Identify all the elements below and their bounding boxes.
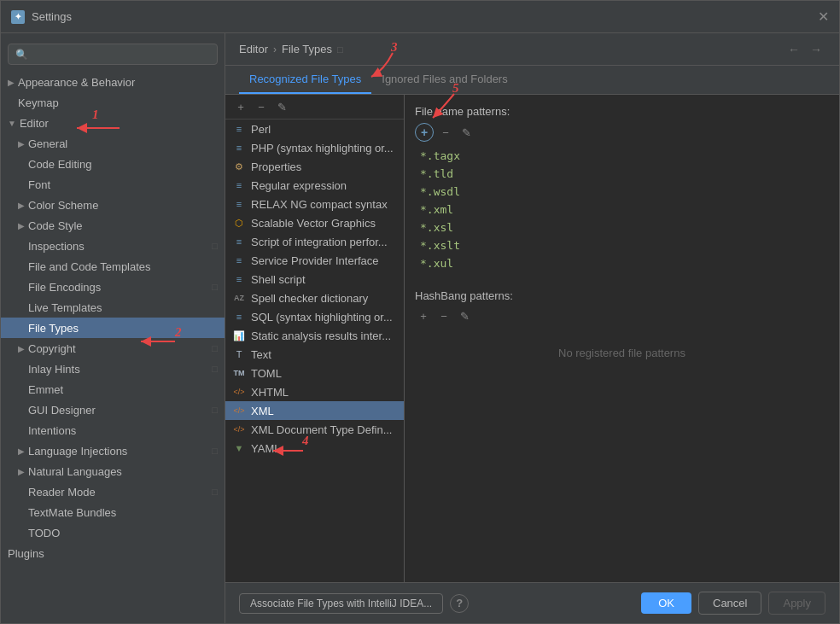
file-type-icon: ⬡ (232, 216, 246, 230)
sidebar-item-live-templates[interactable]: Live Templates (1, 297, 225, 318)
sidebar-item-file-encodings[interactable]: File Encodings □ (1, 277, 225, 297)
sidebar-item-color-scheme[interactable]: ▶ Color Scheme (1, 195, 225, 215)
sidebar-item-label: Language Injections (28, 445, 127, 458)
list-item[interactable]: ⚙ Properties (225, 157, 404, 176)
sidebar-item-label: Editor (20, 117, 49, 130)
tab-ignored[interactable]: Ignored Files and Folders (371, 66, 517, 94)
file-type-label: XML Document Type Defin... (251, 423, 392, 436)
filename-pattern-item[interactable]: *.xml (415, 201, 829, 219)
sidebar: 🔍 ▶ Appearance & Behavior Keymap ▼ Edito… (1, 33, 225, 623)
sidebar-item-file-code-templates[interactable]: File and Code Templates (1, 256, 225, 277)
arrow-icon: ▼ (8, 119, 16, 128)
list-item[interactable]: T Text (225, 345, 404, 364)
pin-icon: □ (212, 487, 218, 497)
sidebar-item-code-editing[interactable]: Code Editing (1, 154, 225, 174)
list-item[interactable]: TM TOML (225, 364, 404, 382)
sidebar-item-intentions[interactable]: Intentions (1, 420, 225, 440)
edit-filename-pattern-button[interactable]: ✎ (458, 124, 475, 141)
filename-pattern-item[interactable]: *.tld (415, 165, 829, 183)
file-type-icon: ≡ (232, 310, 246, 324)
remove-filename-pattern-button[interactable]: − (437, 124, 454, 141)
sidebar-item-natural-languages[interactable]: ▶ Natural Languages (1, 461, 225, 481)
list-item[interactable]: ≡ Service Provider Interface (225, 251, 404, 270)
file-type-label: XML (251, 405, 274, 417)
list-item[interactable]: ≡ Script of integration perfor... (225, 232, 404, 251)
file-type-label: Shell script (251, 273, 306, 286)
sidebar-item-emmet[interactable]: Emmet (1, 379, 225, 399)
add-hashbang-pattern-button[interactable]: + (415, 307, 432, 324)
list-item[interactable]: </> XML Document Type Defin... (225, 420, 404, 439)
sidebar-item-general[interactable]: ▶ General (1, 133, 225, 154)
sidebar-item-gui-designer[interactable]: GUI Designer □ (1, 399, 225, 420)
sidebar-item-language-injections[interactable]: ▶ Language Injections □ (1, 440, 225, 461)
file-type-icon: ≡ (232, 178, 246, 192)
list-item[interactable]: ≡ Shell script (225, 270, 404, 289)
forward-button[interactable]: → (807, 41, 825, 58)
list-item[interactable]: ≡ RELAX NG compact syntax (225, 195, 404, 213)
file-type-label: YAML (251, 442, 280, 455)
file-type-label: XHTML (251, 386, 289, 399)
sidebar-item-inlay-hints[interactable]: Inlay Hints □ (1, 359, 225, 379)
filename-pattern-item[interactable]: *.xul (415, 254, 829, 272)
filename-pattern-item[interactable]: *.xslt (415, 236, 829, 254)
remove-hashbang-pattern-button[interactable]: − (435, 307, 452, 324)
edit-hashbang-pattern-button[interactable]: ✎ (456, 307, 473, 324)
breadcrumb-separator: › (273, 44, 277, 55)
sidebar-item-todo[interactable]: TODO (1, 522, 225, 543)
search-input[interactable] (33, 48, 210, 61)
file-type-icon: </> (232, 404, 246, 417)
apply-button[interactable]: Apply (768, 592, 825, 615)
filename-pattern-item[interactable]: *.wsdl (415, 183, 829, 201)
remove-file-type-button[interactable]: − (253, 98, 270, 115)
file-type-label: SQL (syntax highlighting or... (251, 311, 393, 324)
list-item[interactable]: </> XML (225, 401, 404, 420)
list-item[interactable]: ≡ Regular expression (225, 176, 404, 195)
sidebar-item-code-style[interactable]: ▶ Code Style (1, 215, 225, 236)
sidebar-item-reader-mode[interactable]: Reader Mode □ (1, 481, 225, 502)
add-filename-pattern-button[interactable]: + (415, 123, 434, 142)
close-button[interactable]: ✕ (818, 10, 829, 24)
list-item[interactable]: ≡ SQL (syntax highlighting or... (225, 307, 404, 326)
list-item[interactable]: ≡ Perl (225, 120, 404, 138)
breadcrumb-parent[interactable]: Editor (239, 43, 268, 55)
search-box[interactable]: 🔍 (8, 44, 218, 65)
file-type-icon: ≡ (232, 235, 246, 248)
pin-icon: □ (212, 364, 218, 374)
file-type-label: RELAX NG compact syntax (251, 198, 388, 211)
breadcrumb-pin-icon[interactable]: □ (337, 44, 343, 55)
file-types-list: ≡ Perl ≡ PHP (syntax highlighting or... … (225, 120, 404, 582)
sidebar-item-font[interactable]: Font (1, 174, 225, 195)
file-types-panel: + − ✎ ≡ Perl ≡ PHP (syntax highlighting … (225, 95, 405, 582)
list-item[interactable]: ≡ PHP (syntax highlighting or... (225, 138, 404, 157)
sidebar-item-plugins[interactable]: Plugins (1, 543, 225, 563)
sidebar-item-inspections[interactable]: Inspections □ (1, 236, 225, 256)
edit-file-type-button[interactable]: ✎ (273, 98, 290, 115)
sidebar-item-editor[interactable]: ▼ Editor (1, 113, 225, 133)
sidebar-item-copyright[interactable]: ▶ Copyright □ (1, 338, 225, 359)
back-button[interactable]: ← (785, 41, 803, 58)
tab-recognized[interactable]: Recognized File Types (239, 66, 371, 94)
list-item[interactable]: ▼ YAML (225, 439, 404, 458)
filename-patterns-section: File name patterns: + − ✎ *.tagx *.tld *… (415, 105, 829, 272)
help-button[interactable]: ? (450, 594, 469, 613)
list-item[interactable]: 📊 Static analysis results inter... (225, 326, 404, 345)
list-item[interactable]: AZ Spell checker dictionary (225, 289, 404, 307)
sidebar-item-appearance[interactable]: ▶ Appearance & Behavior (1, 72, 225, 92)
add-file-type-button[interactable]: + (232, 98, 249, 115)
list-item[interactable]: </> XHTML (225, 382, 404, 401)
sidebar-item-keymap[interactable]: Keymap (1, 92, 225, 113)
ok-button[interactable]: OK (641, 592, 691, 614)
cancel-button[interactable]: Cancel (698, 592, 761, 615)
file-type-icon: ≡ (232, 141, 246, 155)
sidebar-item-label: Reader Mode (28, 486, 96, 499)
associate-button[interactable]: Associate File Types with IntelliJ IDEA.… (239, 593, 443, 614)
filename-pattern-item[interactable]: *.tagx (415, 147, 829, 165)
file-type-label: Scalable Vector Graphics (251, 217, 376, 230)
main-content: 🔍 ▶ Appearance & Behavior Keymap ▼ Edito… (1, 33, 839, 623)
sidebar-item-textmate-bundles[interactable]: TextMate Bundles (1, 502, 225, 522)
file-type-icon: T (232, 347, 246, 361)
list-item[interactable]: ⬡ Scalable Vector Graphics (225, 213, 404, 232)
hashbang-patterns-label: HashBang patterns: (415, 289, 829, 302)
sidebar-item-file-types[interactable]: File Types (1, 318, 225, 338)
filename-pattern-item[interactable]: *.xsl (415, 219, 829, 236)
